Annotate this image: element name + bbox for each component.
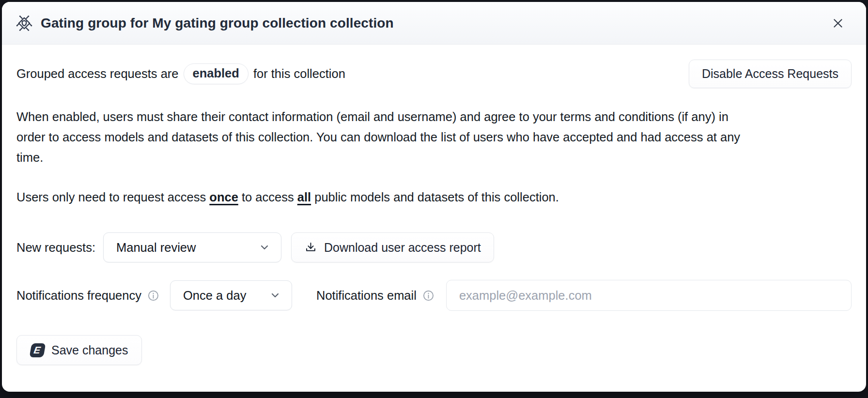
note-suffix: public models and datasets of this colle… [314, 190, 559, 204]
save-changes-button[interactable]: E Save changes [16, 335, 142, 365]
new-requests-row: New requests: Manual review Download use… [16, 232, 852, 262]
status-suffix: for this collection [253, 67, 345, 81]
status-badge: enabled [184, 63, 248, 84]
info-icon[interactable] [147, 290, 159, 302]
new-requests-label: New requests: [16, 241, 95, 255]
notifications-email-input[interactable] [446, 280, 852, 311]
chevron-down-icon [269, 290, 281, 301]
description-text: When enabled, users must share their con… [16, 107, 758, 168]
gated-shield-icon [16, 15, 33, 32]
note-text: Users only need to request access once t… [16, 187, 852, 207]
status-prefix: Grouped access requests are [16, 67, 179, 81]
modal-body: Grouped access requests are enabled for … [2, 45, 866, 392]
note-middle: to access [242, 190, 294, 204]
note-emphasis-once: once [209, 190, 238, 204]
save-row: E Save changes [16, 335, 852, 365]
close-icon [832, 17, 844, 30]
notifications-frequency-label: Notifications frequency [16, 289, 141, 303]
save-button-label: Save changes [51, 343, 128, 357]
download-icon [304, 241, 317, 254]
info-icon[interactable] [422, 290, 434, 302]
notifications-frequency-select[interactable]: Once a day [170, 280, 292, 310]
close-button[interactable] [827, 13, 849, 34]
modal-title: Gating group for My gating group collect… [41, 15, 827, 31]
download-user-access-report-button[interactable]: Download user access report [291, 232, 494, 262]
chevron-down-icon [259, 242, 270, 253]
disable-access-requests-button[interactable]: Disable Access Requests [689, 60, 852, 88]
notifications-row: Notifications frequency Once a day Notif… [16, 280, 852, 311]
new-requests-selected-value: Manual review [116, 241, 196, 255]
modal-header: Gating group for My gating group collect… [2, 2, 866, 45]
status-row: Grouped access requests are enabled for … [16, 59, 852, 88]
new-requests-select[interactable]: Manual review [103, 232, 281, 262]
enterprise-badge-icon: E [29, 343, 46, 357]
frequency-selected-value: Once a day [183, 289, 246, 303]
note-emphasis-all: all [297, 190, 311, 204]
note-prefix: Users only need to request access [16, 190, 206, 204]
download-button-label: Download user access report [324, 241, 481, 255]
notifications-email-label: Notifications email [316, 289, 417, 303]
gating-group-modal: Gating group for My gating group collect… [2, 2, 866, 392]
